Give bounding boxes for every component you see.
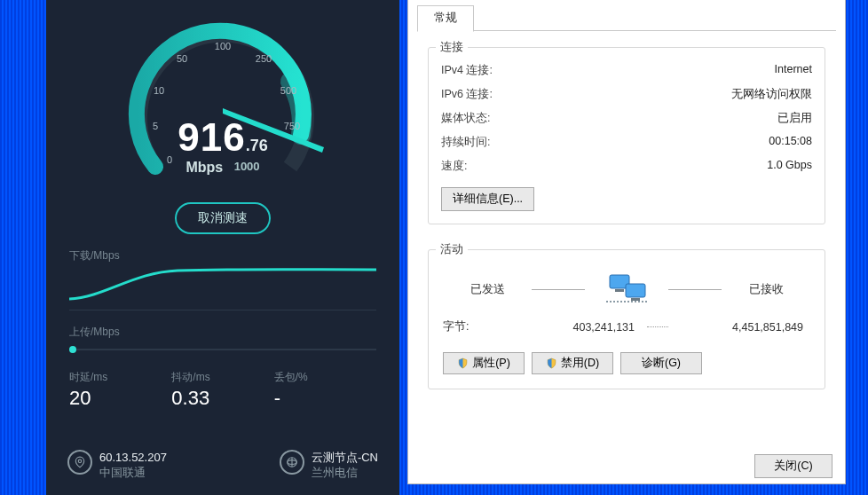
close-button[interactable]: 关闭(C) [754, 454, 832, 478]
bytes-received-value: 4,451,851,849 [674, 321, 810, 334]
svg-rect-5 [626, 284, 645, 297]
gauge-tick-500: 500 [280, 85, 296, 96]
latency-label: 时延/ms [69, 370, 171, 385]
network-computers-icon [603, 271, 651, 307]
diagnose-button-label: 诊断(G) [642, 356, 681, 371]
location-icon [67, 450, 92, 475]
server-node-line1: 云测节点-CN [312, 450, 378, 466]
connection-group: 连接 IPv4 连接:Internet IPv6 连接:无网络访问权限 媒体状态… [428, 47, 825, 224]
received-label: 已接收 [739, 282, 793, 297]
download-sparkline [69, 263, 376, 302]
duration-value: 00:15:08 [769, 135, 812, 150]
ipv6-label: IPv6 连接: [441, 87, 493, 102]
gauge-tick-100: 100 [215, 41, 231, 51]
upload-sparkline [69, 349, 376, 350]
duration-label: 持续时间: [441, 135, 490, 150]
ipv4-value: Internet [775, 63, 812, 78]
server-node-line2: 兰州电信 [312, 465, 378, 481]
details-button[interactable]: 详细信息(E)... [441, 187, 534, 211]
disable-button[interactable]: 禁用(D) [532, 352, 613, 374]
cancel-test-button[interactable]: 取消测速 [175, 202, 271, 234]
speed-label: 速度: [441, 159, 467, 174]
jitter-label: 抖动/ms [171, 370, 273, 385]
ipv4-label: IPv4 连接: [441, 63, 493, 78]
speed-gauge: 0 5 10 50 100 250 500 750 916.76 Mbps 10… [113, 11, 333, 197]
gauge-unit-label: Mbps [185, 160, 223, 176]
properties-button[interactable]: 属性(P) [443, 352, 525, 374]
shield-icon [457, 358, 469, 369]
activity-group: 活动 已发送 已接收 字节: 403, [428, 249, 825, 389]
latency-value: 20 [69, 387, 171, 410]
activity-group-title: 活动 [436, 242, 468, 257]
bytes-sent-value: 403,241,131 [505, 321, 642, 334]
svg-rect-7 [631, 298, 640, 301]
jitter-value: 0.33 [171, 387, 273, 410]
speedtest-footer: 60.13.52.207 中国联通 云测节点-CN 兰州电信 [67, 450, 378, 481]
media-state-label: 媒体状态: [441, 111, 490, 126]
tab-general[interactable]: 常规 [417, 5, 474, 32]
svg-rect-6 [615, 289, 624, 292]
metrics-row: 时延/ms 20 抖动/ms 0.33 丢包/% - [69, 370, 376, 410]
sent-label: 已发送 [461, 282, 514, 297]
upload-section-label: 上传/Mbps [69, 325, 376, 340]
bytes-label: 字节: [443, 319, 505, 334]
ipv6-value: 无网络访问权限 [731, 87, 812, 102]
client-isp: 中国联通 [99, 465, 167, 481]
gauge-speed-integer: 916 [178, 115, 245, 159]
nic-status-window: 常规 连接 IPv4 连接:Internet IPv6 连接:无网络访问权限 媒… [407, 0, 846, 484]
gauge-tick-50: 50 [177, 53, 187, 64]
disable-button-label: 禁用(D) [561, 356, 599, 371]
gauge-tick-10: 10 [154, 85, 164, 96]
speed-value: 1.0 Gbps [767, 159, 812, 174]
client-ip: 60.13.52.207 [99, 450, 167, 466]
speedtest-panel: 0 5 10 50 100 250 500 750 916.76 Mbps 10… [46, 0, 399, 495]
gauge-tick-1000: 1000 [234, 160, 260, 173]
shield-icon [546, 358, 557, 369]
gauge-speed-fraction: .76 [246, 137, 268, 154]
diagnose-button[interactable]: 诊断(G) [620, 352, 702, 374]
svg-point-1 [78, 460, 82, 463]
packet-loss-value: - [274, 387, 376, 410]
server-icon [280, 450, 304, 475]
gauge-tick-250: 250 [256, 53, 272, 64]
connection-group-title: 连接 [436, 40, 468, 55]
download-section-label: 下载/Mbps [69, 248, 376, 263]
media-state-value: 已启用 [777, 111, 812, 126]
packet-loss-label: 丢包/% [274, 370, 376, 385]
properties-button-label: 属性(P) [472, 356, 510, 371]
